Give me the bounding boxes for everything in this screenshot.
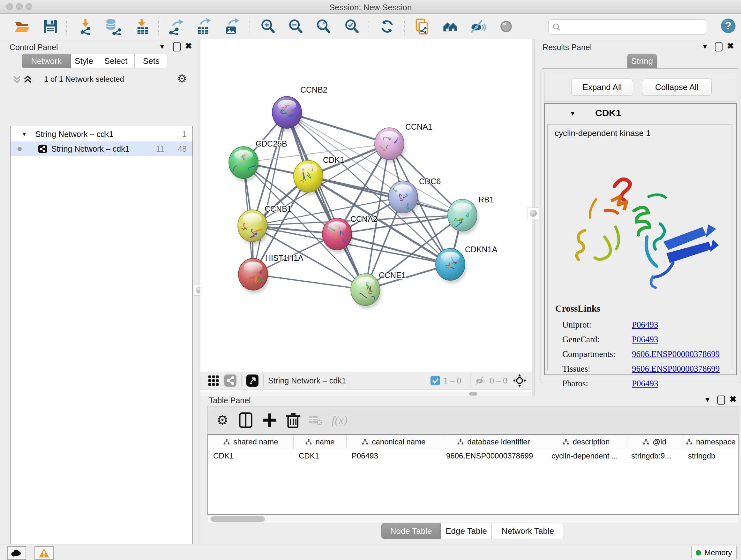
attribute-icon (361, 438, 368, 445)
first-neighbors-button[interactable] (442, 18, 459, 35)
network-view-title: String Network – cdk1 (268, 376, 346, 385)
results-panel-close-icon[interactable]: ✖ (727, 43, 734, 50)
gene-expander-icon[interactable]: ▼ (569, 110, 576, 117)
pan-crosshair-icon[interactable] (513, 374, 527, 388)
selected-nodes-checkbox[interactable] (430, 375, 441, 386)
tab-string[interactable]: String (627, 54, 657, 68)
column-header[interactable]: canonical name (347, 435, 441, 449)
edge-CCNB2-HIST1H1A[interactable] (253, 112, 287, 274)
tab-style[interactable]: Style (71, 54, 97, 68)
tab-node-table[interactable]: Node Table (381, 523, 441, 539)
network-canvas[interactable]: CCNB2CCNA1CDC25BCDK1CDC6RB1CCNB1CCNA2CDK… (200, 39, 532, 391)
add-column-icon[interactable] (261, 411, 279, 429)
gene-name: CDK1 (595, 108, 621, 118)
network-options-gear-icon[interactable]: ⚙ (177, 72, 187, 85)
control-panel-menu-icon[interactable]: ▼ (158, 43, 165, 50)
splitter-grip[interactable] (469, 392, 477, 395)
collapse-all-icon[interactable] (12, 75, 22, 84)
scrollbar-thumb[interactable] (211, 516, 265, 522)
results-panel-float-icon[interactable] (715, 43, 723, 51)
table-panel-menu-icon[interactable]: ▼ (704, 396, 711, 403)
expand-all-icon[interactable] (23, 75, 32, 84)
crosslink-label: Compartments: (562, 349, 632, 359)
string-results-container: Expand All Collapse All ▼ CDK1 cyclin-de… (541, 68, 740, 383)
show-columns-icon[interactable] (237, 411, 255, 429)
node-label-CCNA1: CCNA1 (405, 122, 432, 131)
cloud-status-button[interactable] (7, 546, 26, 560)
export-image-button[interactable] (223, 18, 240, 35)
gene-panel: ▼ CDK1 cyclin-dependent kinase 1 (544, 103, 737, 375)
crosslink-pharos[interactable]: P06493 (632, 379, 658, 388)
table-horizontal-scrollbar[interactable] (208, 515, 738, 523)
column-header[interactable]: description (546, 435, 626, 449)
tab-select[interactable]: Select (97, 54, 135, 68)
edge-HIST1H1A-CCNE1[interactable] (253, 274, 365, 290)
main-toolbar: ? (0, 14, 741, 39)
import-network-from-database-button[interactable] (105, 18, 122, 35)
zoom-in-button[interactable] (260, 18, 276, 35)
table-panel-close-icon[interactable]: ✖ (730, 395, 737, 402)
control-panel-float-icon[interactable] (173, 43, 181, 51)
results-panel-menu-icon[interactable]: ▼ (701, 43, 709, 50)
export-network-to-file-button[interactable] (167, 18, 184, 35)
import-table-from-file-button[interactable] (134, 18, 151, 35)
memory-button[interactable]: Memory (691, 546, 737, 559)
tab-sets[interactable]: Sets (135, 54, 168, 68)
hide-selected-button[interactable] (470, 18, 486, 35)
zoom-fit-button[interactable] (315, 18, 332, 35)
crosslink-tissues[interactable]: 9606.ENSP00000378699 (632, 364, 720, 374)
node-label-CCNA2: CCNA2 (350, 214, 378, 224)
save-session-button[interactable] (42, 18, 59, 35)
tab-edge-table[interactable]: Edge Table (441, 523, 492, 539)
open-session-button[interactable] (14, 18, 30, 35)
show-all-button[interactable] (498, 18, 515, 35)
network-from-clipboard-button[interactable] (414, 18, 430, 35)
title-bar: Session: New Session (0, 0, 741, 14)
network-collection-row[interactable]: ▼ String Network – cdk1 1 (10, 127, 192, 141)
expand-all-button[interactable]: Expand All (571, 78, 633, 96)
crosslink-uniprot[interactable]: P06493 (632, 320, 658, 329)
network-graph[interactable]: CCNB2CCNA1CDC25BCDK1CDC6RB1CCNB1CCNA2CDK… (200, 44, 532, 372)
birds-eye-view-icon[interactable] (246, 374, 259, 387)
table-options-gear-icon[interactable]: ⚙ (213, 411, 231, 429)
collection-expander-icon[interactable]: ▼ (21, 131, 27, 138)
node-label-CCNB1: CCNB1 (265, 204, 292, 213)
network-type-icon (38, 145, 47, 153)
import-network-from-file-button[interactable] (78, 18, 95, 35)
grid-mode-icon[interactable] (207, 374, 219, 387)
delete-column-icon[interactable] (284, 411, 302, 429)
column-header[interactable]: namespace (683, 435, 738, 449)
crosslink-genecard[interactable]: P06493 (632, 334, 658, 344)
zoom-selected-button[interactable] (344, 18, 360, 35)
collapse-all-button[interactable]: Collapse All (642, 78, 712, 96)
export-table-to-file-button[interactable] (195, 18, 212, 35)
column-header[interactable]: database identifier (441, 435, 546, 449)
table-panel-splitter[interactable] (200, 391, 532, 396)
edge-CCNB2-CCNE1[interactable] (287, 112, 365, 290)
warnings-button[interactable] (35, 546, 54, 560)
network-view-mode-icon[interactable] (224, 374, 237, 387)
crosslink-compartments[interactable]: 9606.ENSP00000378699 (632, 349, 720, 359)
attribute-icon (686, 438, 693, 445)
attribute-icon (223, 438, 230, 445)
column-header[interactable]: shared name (208, 435, 293, 449)
zoom-out-button[interactable] (287, 18, 304, 35)
tab-network[interactable]: Network (22, 54, 71, 68)
table-panel-float-icon[interactable] (718, 395, 725, 405)
crosslinks-list: Uniprot:P06493 GeneCard:P06493 Compartme… (562, 320, 720, 393)
column-header[interactable]: name (293, 435, 347, 449)
refresh-button[interactable] (379, 18, 395, 35)
delete-table-icon-disabled (308, 411, 323, 429)
node-label-RB1: RB1 (478, 195, 494, 204)
crosslink-label: GeneCard: (562, 334, 632, 345)
help-button[interactable]: ? (720, 17, 737, 34)
search-input[interactable] (564, 21, 702, 33)
network-row-selected[interactable]: String Network – cdk1 11 48 (10, 141, 192, 156)
toolbar-separator (66, 17, 67, 36)
table-panel-title: Table Panel (209, 396, 251, 405)
column-header[interactable]: @id (626, 435, 683, 449)
control-panel-close-icon[interactable]: ✖ (185, 43, 192, 50)
table-row[interactable]: CDK1 CDK1 P06493 9606.ENSP00000378699 cy… (208, 449, 738, 462)
warning-icon (39, 548, 50, 558)
tab-network-table[interactable]: Network Table (492, 523, 564, 539)
